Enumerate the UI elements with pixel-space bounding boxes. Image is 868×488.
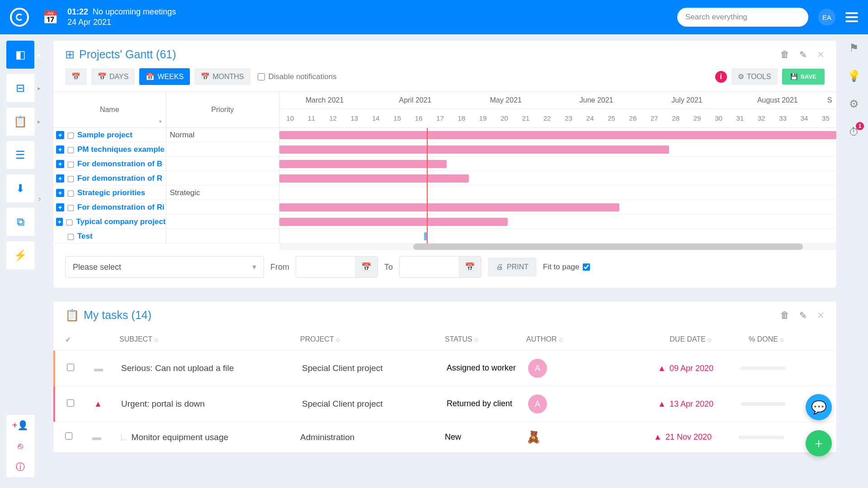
close-icon[interactable]: ✕ [817,49,825,60]
project-link[interactable]: Typical company project [76,217,165,226]
tasks-delete-icon[interactable]: 🗑 [780,310,789,321]
priority-column-header[interactable]: Priority [166,92,279,127]
project-link[interactable]: PM techniques example [77,145,165,154]
task-checkbox[interactable] [67,364,74,371]
sliders-icon[interactable]: ⚙ [849,98,859,110]
gantt-scrollbar[interactable] [279,244,836,250]
bulb-icon[interactable]: 💡 [847,70,861,82]
check-all[interactable]: ✓ [65,335,92,344]
expand-icon[interactable]: + [56,189,64,197]
nav-add-user[interactable]: +👤 [6,415,34,436]
task-row[interactable]: ▲Urgent: portal is downSpecial Client pr… [53,386,836,422]
task-due: ▲ 21 Nov 2020 [621,432,712,442]
task-checkbox[interactable] [67,399,74,407]
nav-logout[interactable]: ⎋ [6,436,34,456]
current-date: 24 Apr 2021 [67,17,176,28]
task-row[interactable]: ▬Serious: Can not upload a fileSpecial C… [53,351,836,386]
project-link[interactable]: Test [77,232,93,241]
gantt-bar[interactable] [279,203,619,211]
done-header[interactable]: % DONE◇ [712,335,784,344]
project-link[interactable]: Strategic priorities [77,188,145,197]
save-button[interactable]: 💾 SAVE [782,69,825,84]
gantt-bar[interactable] [424,232,427,240]
app-logo[interactable] [10,8,29,27]
search-input[interactable]: Search everything [677,8,808,27]
task-due: ▲ 13 Apr 2020 [623,399,713,409]
week-label: 12 [322,109,344,127]
priority-cell [166,157,279,171]
chat-fab[interactable]: 💬 [806,394,832,420]
gantt-bar[interactable] [279,145,669,154]
due-header[interactable]: DUE DATE◇ [621,335,712,344]
baseline-select[interactable]: Please select▾ [65,256,264,278]
fit-to-page-checkbox[interactable]: Fit to page [543,263,590,272]
name-column-header[interactable]: Name ▾ [53,92,166,127]
expand-icon[interactable]: + [56,203,64,211]
priority-cell [166,200,279,214]
gantt-row[interactable]: +▢Sample projectNormal [53,128,836,142]
project-header[interactable]: PROJECT◇ [300,335,445,344]
nav-tasks[interactable]: 📋▸ [6,108,34,136]
gantt-bar[interactable] [279,131,836,139]
gantt-bar[interactable] [279,174,469,183]
task-row[interactable]: ▬∟Monitor equipment usageAdministrationN… [53,422,836,453]
status-header[interactable]: STATUS◇ [445,335,526,344]
task-progress [713,366,786,370]
expand-icon[interactable]: + [56,218,63,226]
from-date-input[interactable]: 📅 [296,256,378,278]
expand-icon[interactable]: + [56,131,64,139]
tools-button[interactable]: ⚙ TOOLS [731,68,778,85]
weeks-button[interactable]: 📅 WEEKS [139,68,190,85]
expand-icon[interactable]: + [56,160,64,168]
badge-count: 1 [856,122,864,130]
sidebar-expand-icon[interactable]: › [38,193,41,204]
nav-dashboard[interactable]: ◧▸ [6,41,34,69]
tasks-panel: 📋 My tasks (14) 🗑 ✎ ✕ ✓ SUBJECT◇ PROJECT… [53,301,836,453]
subject-header[interactable]: SUBJECT◇ [119,335,300,344]
gantt-row[interactable]: +▢Strategic prioritiesStrategic [53,186,836,200]
days-button[interactable]: 📅 DAYS [91,68,135,85]
gantt-row[interactable]: ▢Test [53,229,836,244]
info-pill[interactable]: i [715,71,727,83]
project-link[interactable]: Sample project [77,131,132,140]
gantt-row[interactable]: +▢For demonstration of B [53,157,836,171]
nav-dropbox[interactable]: ⬇ [6,174,34,202]
clipboard-icon: ▢ [67,202,75,212]
nav-bolt[interactable]: ⚡ [6,241,34,269]
gantt-row[interactable]: +▢For demonstration of Ri [53,200,836,215]
nav-frame[interactable]: ⧉ [6,208,34,236]
user-avatar[interactable]: EA [818,9,835,26]
to-date-input[interactable]: 📅 [399,256,481,278]
month-label: July 2021 [642,92,732,108]
nav-gantt[interactable]: ⊟▸ [6,74,34,102]
nav-list[interactable]: ☰ [6,141,34,169]
expand-icon[interactable]: + [56,174,64,183]
menu-icon[interactable] [845,12,858,22]
months-button[interactable]: 📅 MONTHS [194,68,250,85]
timer-icon[interactable]: ⏱1 [849,126,859,138]
week-label: 19 [472,109,494,127]
gantt-row[interactable]: +▢For demonstration of R [53,171,836,186]
nav-info[interactable]: ⓘ [6,456,34,477]
expand-icon[interactable]: + [56,145,64,154]
gantt-row[interactable]: +▢Typical company project [53,215,836,229]
flag-icon[interactable]: ⚑ [849,42,859,54]
tasks-close-icon[interactable]: ✕ [817,310,825,321]
tasks-edit-icon[interactable]: ✎ [799,310,807,321]
disable-notifications-checkbox[interactable]: Disable notifications [258,72,337,81]
delete-icon[interactable]: 🗑 [780,49,789,60]
edit-icon[interactable]: ✎ [799,49,807,60]
author-header[interactable]: AUTHOR◇ [526,335,621,344]
add-fab[interactable]: ＋ [806,430,832,456]
gantt-row[interactable]: +▢PM techniques example [53,142,836,157]
task-checkbox[interactable] [65,432,72,440]
calendar-icon[interactable]: 📅 [42,10,58,25]
project-link[interactable]: For demonstration of R [77,174,162,183]
project-link[interactable]: For demonstration of Ri [77,203,165,212]
print-button[interactable]: 🖨 PRINT [488,258,537,277]
content-area: ⊞ Projects' Gantt (61) 🗑 ✎ ✕ 📅 📅 DAYS 📅 … [53,34,836,453]
project-link[interactable]: For demonstration of B [77,160,162,169]
calendar-button[interactable]: 📅 [65,68,87,85]
gantt-bar[interactable] [279,160,447,168]
gantt-bar[interactable] [279,218,508,226]
